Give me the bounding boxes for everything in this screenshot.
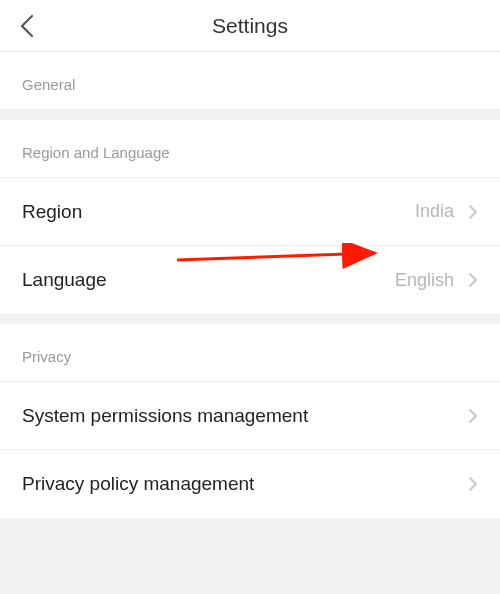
section-header-region-language: Region and Language — [0, 120, 500, 178]
chevron-left-icon — [18, 12, 38, 40]
chevron-right-icon — [468, 272, 478, 288]
header-bar: Settings — [0, 0, 500, 52]
row-label-privacy-policy: Privacy policy management — [22, 473, 468, 495]
row-system-permissions[interactable]: System permissions management — [0, 382, 500, 450]
section-region-language: Region and Language Region India Languag… — [0, 120, 500, 314]
chevron-right-icon — [468, 476, 478, 492]
chevron-right-icon — [468, 408, 478, 424]
back-button[interactable] — [18, 12, 38, 40]
row-label-region: Region — [22, 201, 415, 223]
row-privacy-policy[interactable]: Privacy policy management — [0, 450, 500, 518]
row-label-system-permissions: System permissions management — [22, 405, 468, 427]
row-label-language: Language — [22, 269, 395, 291]
chevron-right-icon — [468, 204, 478, 220]
row-value-language: English — [395, 270, 454, 291]
section-privacy: Privacy System permissions management Pr… — [0, 324, 500, 518]
section-general: General — [0, 52, 500, 110]
row-language[interactable]: Language English — [0, 246, 500, 314]
row-region[interactable]: Region India — [0, 178, 500, 246]
page-title: Settings — [212, 14, 288, 38]
section-header-general: General — [0, 52, 500, 110]
section-header-privacy: Privacy — [0, 324, 500, 382]
row-value-region: India — [415, 201, 454, 222]
